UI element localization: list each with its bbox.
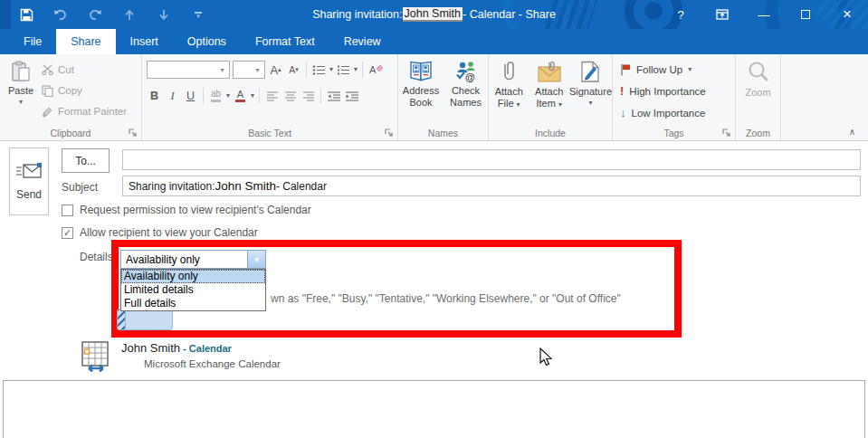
flag-icon	[620, 63, 631, 76]
low-importance-button[interactable]: ↓ Low Importance	[620, 104, 735, 121]
underline-button[interactable]: U	[183, 87, 198, 105]
copy-button[interactable]: Copy	[42, 82, 127, 99]
details-dropdown-button[interactable]: ▾	[247, 251, 265, 268]
highlight-dropdown-arrow[interactable]: ▾	[226, 93, 230, 99]
to-input[interactable]	[122, 149, 861, 170]
clear-formatting-button[interactable]: A	[367, 61, 383, 79]
numbering-button[interactable]	[336, 61, 351, 79]
align-center-button[interactable]	[282, 87, 298, 105]
details-dropdown-value: Availability only	[121, 253, 247, 266]
maximize-button[interactable]	[785, 0, 826, 29]
calendar-suffix: - Calendar	[180, 343, 232, 354]
grow-font-button[interactable]: A▴	[268, 61, 283, 79]
move-down-icon[interactable]	[156, 5, 172, 24]
align-center-icon	[284, 91, 297, 101]
allow-view-checkbox[interactable]: ✓	[62, 227, 73, 239]
bullets-dropdown-arrow[interactable]: ▾	[329, 67, 333, 72]
request-permission-checkbox[interactable]	[62, 205, 73, 216]
to-button[interactable]: To...	[62, 148, 110, 173]
copy-icon	[42, 85, 53, 97]
dropdown-option-availability-only[interactable]: Availability only	[121, 270, 265, 283]
decrease-indent-icon	[327, 91, 341, 101]
mouse-cursor	[539, 348, 553, 367]
follow-up-button[interactable]: Follow Up▾	[620, 61, 735, 78]
group-tags: Follow Up▾ ! High Importance ↓ Low Impor…	[613, 54, 736, 140]
ribbon: Paste ▾ Cut Copy Format Painter Clipboar	[0, 54, 868, 141]
align-right-icon	[302, 91, 315, 101]
titlebar: ▾ Sharing invitation:John Smith- Calenda…	[0, 0, 868, 29]
details-dropdown-list: Availability only Limited details Full d…	[120, 269, 266, 311]
tab-file[interactable]: File	[9, 29, 56, 54]
font-color-button[interactable]: A	[233, 87, 248, 105]
redo-icon[interactable]	[87, 5, 103, 24]
font-name-combo[interactable]: ▾	[147, 61, 230, 79]
group-basic-text: ▾ ▾ A▴ A▾ ▾ ▾ A B I	[142, 54, 398, 140]
address-book-icon	[408, 61, 434, 82]
font-color-dropdown-arrow[interactable]: ▾	[251, 93, 254, 99]
font-size-combo[interactable]: ▾	[233, 61, 265, 79]
dropdown-option-limited-details[interactable]: Limited details	[121, 283, 265, 297]
high-importance-button[interactable]: ! High Importance	[620, 82, 735, 100]
bold-button[interactable]: B	[147, 87, 162, 105]
format-painter-icon	[42, 106, 53, 118]
calendar-owner: John Smith	[121, 341, 180, 355]
cut-button[interactable]: Cut	[42, 62, 127, 78]
italic-button[interactable]: I	[165, 87, 180, 105]
help-button[interactable]: ?	[660, 0, 701, 29]
tags-group-label: Tags	[613, 128, 735, 138]
undo-icon[interactable]	[52, 5, 69, 24]
bullets-button[interactable]	[311, 61, 327, 79]
align-right-button[interactable]	[300, 87, 316, 105]
clear-formatting-icon: A	[368, 63, 383, 76]
tab-share[interactable]: Share	[56, 29, 115, 54]
signature-icon	[579, 61, 601, 83]
ribbon-display-options-icon	[716, 9, 729, 20]
tab-insert[interactable]: Insert	[116, 29, 173, 54]
quick-access-toolbar: ▾	[18, 0, 206, 29]
basic-text-group-label: Basic Text	[142, 128, 397, 138]
group-names: Address Book @ Check Names Names	[398, 54, 489, 140]
high-importance-icon: !	[620, 84, 624, 98]
increase-indent-icon	[345, 91, 359, 101]
align-left-button[interactable]	[264, 87, 280, 105]
decrease-indent-button[interactable]	[326, 87, 341, 105]
text-highlight-button[interactable]: ab	[208, 87, 224, 105]
format-painter-button[interactable]: Format Painter	[42, 103, 127, 119]
send-button[interactable]: Send	[9, 148, 49, 215]
align-left-icon	[266, 91, 279, 101]
attach-file-icon	[501, 61, 516, 83]
message-body[interactable]	[3, 380, 865, 438]
increase-indent-button[interactable]	[344, 87, 359, 105]
tab-review[interactable]: Review	[329, 29, 396, 54]
zoom-button[interactable]: Zoom	[736, 58, 780, 122]
include-group-label: Include	[489, 128, 612, 138]
numbering-dropdown-arrow[interactable]: ▾	[354, 67, 358, 72]
svg-text:@: @	[465, 71, 475, 82]
customize-qat-icon[interactable]: ▾	[190, 5, 206, 24]
shrink-font-button[interactable]: A▾	[286, 61, 301, 79]
subject-input[interactable]: Sharing invitation:John Smith- Calendar	[122, 176, 861, 196]
details-label: Details	[80, 251, 113, 263]
magnifier-icon	[747, 61, 770, 84]
minimize-button[interactable]: —	[743, 0, 785, 29]
availability-swatch	[117, 309, 173, 330]
dropdown-option-full-details[interactable]: Full details	[121, 297, 265, 310]
close-button[interactable]: ×	[826, 0, 868, 29]
details-dropdown[interactable]: Availability only ▾	[120, 250, 266, 269]
allow-view-checkbox-row: ✓ Allow recipient to view your Calendar	[62, 226, 258, 239]
bullets-icon	[312, 64, 326, 76]
title-name-highlight: John Smith	[403, 7, 463, 22]
attach-item-icon	[537, 61, 562, 83]
message-form: Send To... Subject Sharing invitation:Jo…	[0, 141, 868, 438]
allow-view-label: Allow recipient to view your Calendar	[80, 226, 258, 239]
zoom-group-label: Zoom	[736, 128, 780, 138]
tab-format-text[interactable]: Format Text	[241, 29, 329, 54]
move-up-icon[interactable]	[121, 5, 138, 24]
maximize-icon	[801, 10, 810, 19]
tab-options[interactable]: Options	[173, 29, 241, 54]
ribbon-display-options-button[interactable]	[701, 0, 743, 29]
svg-text:A: A	[369, 64, 377, 75]
save-icon[interactable]	[18, 5, 34, 24]
ribbon-filler: ∧	[781, 54, 868, 140]
collapse-ribbon-button[interactable]: ∧	[849, 127, 855, 137]
